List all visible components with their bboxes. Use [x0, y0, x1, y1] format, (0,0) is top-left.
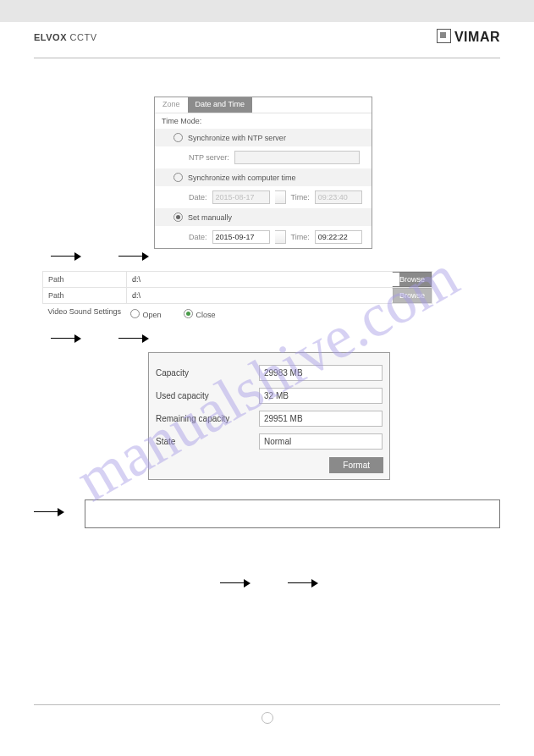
header-rule [34, 58, 500, 58]
vimar-logo-icon [437, 29, 451, 43]
pc-date-label: Date: [189, 193, 207, 201]
header: ELVOX CCTV VIMAR [34, 32, 500, 51]
browse-button[interactable]: Browse [393, 288, 432, 303]
video-sound-label: Video Sound Settings [43, 304, 127, 320]
state-value: Normal [259, 433, 383, 450]
opt-open[interactable]: Open [130, 309, 162, 319]
section-callout [34, 499, 500, 528]
used-capacity-value: 32 MB [259, 388, 383, 404]
capacity-label: Capacity [155, 364, 258, 382]
man-date-label: Date: [189, 233, 207, 241]
time-mode-label: Time Mode: [155, 113, 372, 129]
state-label: State [155, 433, 258, 450]
arrow-icon [220, 579, 254, 588]
arrow-icon [51, 252, 85, 261]
radio-icon [173, 173, 183, 182]
man-date-input[interactable]: 2015-09-17 [212, 230, 270, 244]
remaining-capacity-label: Remaining capacity [155, 410, 258, 428]
tab-date-and-time[interactable]: Date and Time [188, 97, 253, 113]
pc-date-input: 2015-08-17 [212, 190, 270, 204]
calendar-icon [275, 190, 286, 204]
radio-icon [184, 309, 193, 318]
datetime-panel: Zone Date and Time Time Mode: Synchroniz… [154, 97, 372, 249]
capacity-value: 29983 MB [259, 365, 383, 381]
section-local-config: Path d:\ Browse Path d:\ Browse Video So… [42, 252, 432, 319]
path-input-2[interactable]: d:\ [127, 289, 399, 302]
calendar-icon[interactable] [275, 230, 286, 244]
opt-computer-time[interactable]: Synchronize with computer time [155, 168, 372, 186]
man-time-label: Time: [291, 233, 310, 241]
window-titlebar [0, 0, 534, 22]
footer-rule [34, 704, 500, 724]
radio-icon [173, 133, 183, 142]
storage-panel: Capacity29983 MB Used capacity32 MB Rema… [148, 352, 390, 480]
brand-left: ELVOX CCTV [34, 32, 96, 42]
path-label: Path [43, 272, 127, 288]
radio-icon [130, 309, 140, 318]
tab-zone[interactable]: Zone [155, 97, 188, 113]
used-capacity-label: Used capacity [155, 387, 258, 405]
opt-close[interactable]: Close [184, 309, 216, 319]
arrow-icon [288, 579, 322, 588]
pc-time-label: Time: [291, 193, 310, 201]
path-input-1[interactable]: d:\ [127, 273, 399, 286]
remaining-capacity-value: 29951 MB [259, 411, 383, 427]
radio-icon [173, 212, 183, 222]
callout-box [85, 499, 500, 528]
man-time-input[interactable]: 09:22:22 [315, 230, 362, 244]
opt-ntp[interactable]: Synchronize with NTP server [155, 129, 372, 146]
brand-right: VIMAR [437, 29, 500, 45]
ntp-server-input[interactable] [234, 151, 360, 164]
path-label: Path [43, 288, 127, 304]
arrow-icon [118, 252, 152, 261]
arrow-icon [118, 334, 152, 343]
pc-time-input: 09:23:40 [315, 190, 362, 204]
page-number-icon [261, 712, 273, 724]
arrow-icon [34, 508, 68, 516]
ntp-server-label: NTP server: [189, 153, 229, 162]
arrow-icon [51, 334, 85, 343]
format-button[interactable]: Format [329, 457, 383, 473]
opt-manual[interactable]: Set manually [155, 208, 372, 226]
section-storage-arrows [42, 334, 152, 343]
section-bottom-arrows [220, 579, 322, 588]
